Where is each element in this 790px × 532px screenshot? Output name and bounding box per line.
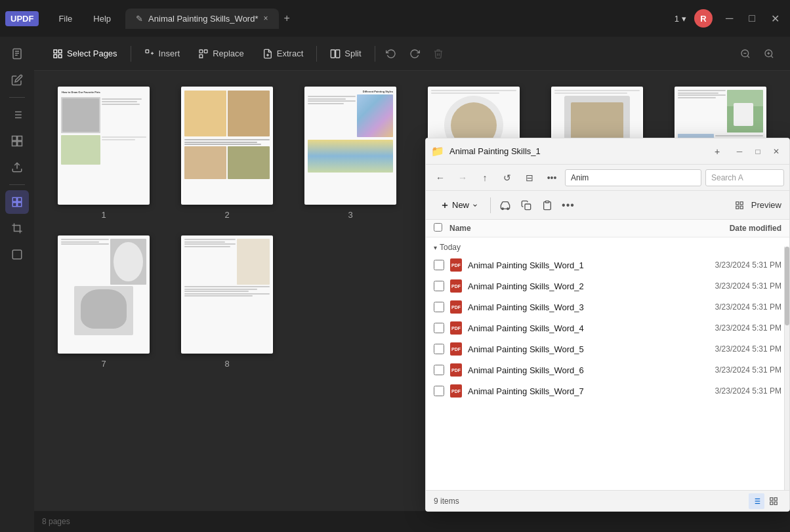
search-bar[interactable]: Search A: [705, 169, 784, 186]
file-row-1[interactable]: PDF Animal Painting Skills_Word_1 3/23/2…: [426, 255, 789, 276]
scrollbar-track[interactable]: [784, 247, 789, 490]
select-all-checkbox[interactable]: [434, 223, 442, 232]
file-checkbox-5[interactable]: [434, 344, 444, 354]
forward-button[interactable]: →: [453, 169, 472, 187]
replace-label: Replace: [213, 49, 244, 58]
up-button[interactable]: ↑: [476, 169, 494, 187]
refresh-button[interactable]: ↺: [498, 169, 516, 187]
explorer-add-tab[interactable]: +: [708, 142, 726, 161]
svg-rect-22: [54, 54, 57, 58]
zoom-out-button[interactable]: [735, 43, 756, 64]
sidebar-item-document[interactable]: [5, 42, 29, 66]
page-thumbnail-3[interactable]: Different Painting Styles: [304, 87, 396, 205]
svg-rect-15: [12, 197, 16, 201]
file-row-4[interactable]: PDF Animal Painting Skills_Word_4 3/23/2…: [426, 317, 789, 338]
list-view-button[interactable]: [749, 493, 764, 509]
sidebar-item-edit[interactable]: [5, 68, 29, 92]
page-item-8[interactable]: 8: [173, 235, 281, 369]
select-pages-button[interactable]: Select Pages: [45, 45, 125, 63]
sidebar-item-pages[interactable]: [5, 129, 29, 153]
page-thumbnail-7[interactable]: [58, 235, 150, 354]
explorer-minimize-button[interactable]: ─: [732, 144, 747, 159]
preview-label[interactable]: Preview: [751, 200, 781, 210]
scrollbar-thumb[interactable]: [785, 247, 789, 325]
back-button[interactable]: ←: [431, 169, 449, 187]
file-checkbox-1[interactable]: [434, 260, 444, 270]
svg-rect-17: [12, 203, 16, 207]
svg-rect-49: [740, 201, 743, 204]
svg-rect-24: [146, 50, 149, 53]
group-collapse-arrow[interactable]: ▾: [434, 244, 437, 251]
svg-rect-27: [199, 50, 203, 53]
explorer-nav-bar: ← → ↑ ↺ ⊟ ••• Anim Search A: [426, 165, 789, 191]
explorer-title: Animal Painting Skills_1: [449, 146, 703, 156]
window-number[interactable]: 1 ▾: [675, 14, 686, 24]
tab-edit-icon: ✎: [136, 14, 143, 24]
zoom-in-button[interactable]: [759, 43, 780, 64]
sidebar-item-stamp[interactable]: [5, 243, 29, 266]
svg-rect-10: [12, 136, 17, 141]
insert-button[interactable]: Insert: [136, 45, 188, 63]
sidebar-item-export[interactable]: [5, 155, 29, 179]
grid-view-button[interactable]: [766, 493, 781, 509]
file-checkbox-2[interactable]: [434, 281, 444, 291]
more-nav-button[interactable]: •••: [543, 169, 561, 187]
address-bar[interactable]: Anim: [565, 169, 701, 186]
file-row-7[interactable]: PDF Animal Painting Skills_Word_7 3/23/2…: [426, 380, 789, 401]
rotate-right-button[interactable]: [404, 43, 425, 64]
file-row-5[interactable]: PDF Animal Painting Skills_Word_5 3/23/2…: [426, 338, 789, 359]
file-checkbox-4[interactable]: [434, 323, 444, 333]
svg-rect-16: [18, 197, 22, 201]
explorer-close-button[interactable]: ✕: [768, 144, 784, 159]
file-row-3[interactable]: PDF Animal Painting Skills_Word_3 3/23/2…: [426, 297, 789, 317]
pdf-icon-2: PDF: [449, 279, 463, 293]
sidebar-item-organize[interactable]: [5, 190, 29, 214]
extract-label: Extract: [277, 49, 303, 58]
sidebar-item-list[interactable]: [5, 103, 29, 127]
split-button[interactable]: Split: [322, 45, 369, 63]
paste-button[interactable]: [538, 196, 556, 215]
svg-rect-19: [12, 250, 22, 259]
add-tab-button[interactable]: +: [284, 12, 290, 24]
close-button[interactable]: ✕: [766, 10, 785, 28]
page-thumbnail-1[interactable]: How to Draw Our Favorite Pets: [58, 87, 150, 205]
copy-button[interactable]: [517, 196, 535, 215]
explorer-headers: Name Date modified: [426, 220, 789, 237]
tab-close-button[interactable]: ×: [263, 14, 268, 23]
page-item-2[interactable]: 2: [173, 87, 281, 220]
maximize-button[interactable]: □: [743, 10, 760, 28]
page-thumbnail-8[interactable]: [181, 235, 273, 354]
view-toggle[interactable]: ⊟: [520, 169, 539, 187]
svg-rect-60: [770, 502, 773, 504]
active-tab[interactable]: ✎ Animal Painting Skills_Word* ×: [125, 9, 278, 29]
file-checkbox-7[interactable]: [434, 386, 444, 396]
file-checkbox-3[interactable]: [434, 302, 444, 312]
page-number-1: 1: [101, 210, 106, 220]
svg-rect-50: [736, 206, 739, 209]
page-item-1[interactable]: How to Draw Our Favorite Pets: [50, 87, 157, 220]
file-row-2[interactable]: PDF Animal Painting Skills_Word_2 3/23/2…: [426, 276, 789, 297]
file-row-6[interactable]: PDF Animal Painting Skills_Word_6 3/23/2…: [426, 359, 789, 380]
cut-button[interactable]: [496, 196, 514, 215]
extract-button[interactable]: Extract: [255, 45, 311, 63]
insert-label: Insert: [159, 49, 180, 58]
explorer-maximize-button[interactable]: □: [750, 144, 766, 159]
page-item-3[interactable]: Different Painting Styles: [297, 87, 404, 220]
page-item-7[interactable]: 7: [50, 235, 157, 369]
minimize-button[interactable]: ─: [720, 10, 738, 28]
more-button[interactable]: •••: [559, 196, 577, 215]
delete-button[interactable]: [428, 43, 449, 64]
avatar[interactable]: R: [694, 9, 713, 28]
header-checkbox[interactable]: [434, 222, 449, 234]
new-button[interactable]: New: [434, 197, 485, 213]
sidebar-item-crop[interactable]: [5, 216, 29, 240]
name-column-header[interactable]: Name: [449, 224, 676, 233]
replace-button[interactable]: Replace: [190, 45, 252, 63]
menu-file[interactable]: File: [49, 10, 81, 28]
rotate-left-button[interactable]: [381, 43, 402, 64]
date-column-header[interactable]: Date modified: [676, 224, 781, 233]
svg-rect-11: [18, 136, 22, 141]
menu-help[interactable]: Help: [84, 10, 120, 28]
page-thumbnail-2[interactable]: [181, 87, 273, 205]
file-checkbox-6[interactable]: [434, 365, 444, 375]
